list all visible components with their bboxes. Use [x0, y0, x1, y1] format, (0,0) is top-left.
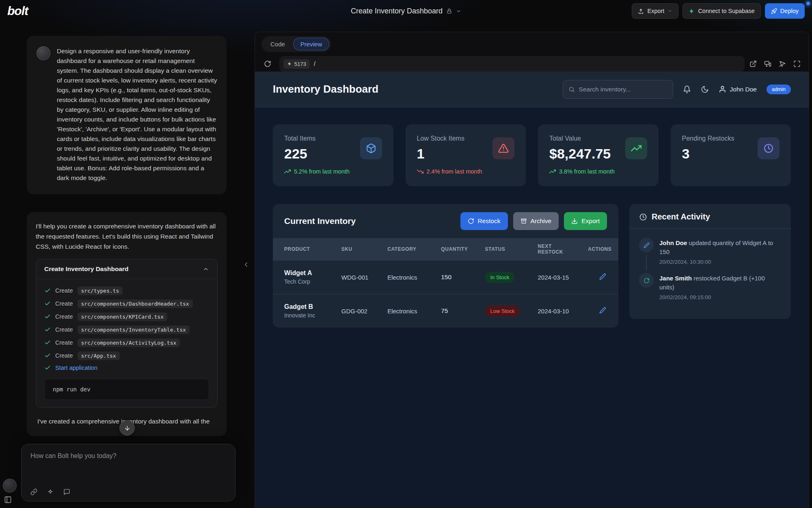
collapse-chat-handle[interactable] [242, 261, 250, 268]
user-menu[interactable]: John Doe [719, 85, 757, 93]
step-label: Create [55, 326, 73, 333]
browser-bar: 5173 / [255, 52, 809, 72]
activity-list: John Doe updated quantity of Widget A to… [629, 229, 791, 319]
restock-button[interactable]: Restock [460, 212, 508, 230]
lock-icon [446, 8, 452, 14]
inventory-title: Current Inventory [284, 216, 356, 226]
inventory-search[interactable] [563, 80, 673, 99]
user-message-text: Design a responsive and user-friendly in… [57, 46, 218, 183]
activity-actor: Jane Smith [659, 275, 692, 282]
product-category: Electronics [382, 294, 435, 328]
code-preview-switch: Code Preview [261, 36, 331, 52]
kpi-low-stock: Low Stock Items 1 2.4% from last month [406, 124, 526, 186]
recent-activity-card: Recent Activity John Doe updated q [629, 204, 791, 319]
activity-body: John Doe updated quantity of Widget A to… [659, 238, 781, 273]
plan-title: Create Inventory Dashboard [44, 265, 129, 273]
url-path: / [314, 61, 315, 67]
kpi-pending-restocks: Pending Restocks 3 [671, 124, 791, 186]
activity-timestamp: 20/02/2024, 09:15:00 [659, 294, 781, 300]
terminal-command: npm run dev [44, 379, 209, 400]
plan-step: Create src/App.tsx [44, 349, 209, 362]
col-next-restock: Next Restock [532, 238, 582, 261]
product-category: Electronics [382, 261, 435, 294]
trending-down-icon [417, 168, 423, 175]
zap-icon [287, 61, 292, 66]
tab-preview[interactable]: Preview [293, 38, 329, 50]
product-quantity[interactable]: 150 [435, 261, 479, 294]
export-table-button[interactable]: Export [564, 212, 607, 230]
link-icon[interactable] [30, 488, 37, 495]
sparkles-icon[interactable] [47, 489, 54, 495]
bolt-workspace: bolt Create Inventory Dashboard Export [0, 0, 812, 508]
view-tabs: Code Preview [255, 32, 809, 52]
step-label: Create [55, 339, 73, 346]
product-quantity[interactable]: 75 [435, 294, 479, 328]
top-bar: bolt Create Inventory Dashboard Export [0, 0, 812, 22]
open-external-icon[interactable] [749, 60, 757, 67]
edit-icon[interactable] [599, 307, 606, 314]
fullscreen-icon[interactable] [793, 60, 801, 67]
kpi-delta-text: 5.2% from last month [294, 168, 350, 175]
product-restock-date: 2024-03-10 [532, 294, 582, 328]
chat-icon[interactable] [63, 488, 70, 495]
chat-panel: Design a responsive and user-friendly in… [27, 36, 227, 508]
list-item: Jane Smith restocked Gadget B (+100 unit… [639, 273, 781, 308]
trending-up-icon [549, 168, 556, 175]
account-avatar[interactable] [3, 479, 17, 493]
inventory-table: Product SKU Category Quantity Status Nex… [273, 238, 618, 328]
deploy-button[interactable]: Deploy [765, 3, 805, 19]
product-sku: WDG-001 [336, 261, 382, 294]
status-badge: Low Stock [485, 306, 520, 317]
chat-input[interactable] [30, 452, 226, 460]
col-actions: Actions [582, 238, 618, 261]
step-label: Create [55, 352, 73, 359]
step-file: src/components/ActivityLog.tsx [78, 339, 180, 347]
step-label: Create [55, 287, 73, 294]
inspect-off-icon[interactable] [779, 60, 786, 67]
search-input[interactable] [579, 86, 667, 93]
kpi-delta: 5.2% from last month [284, 168, 382, 175]
export-button[interactable]: Export [632, 3, 678, 19]
clock-icon [758, 137, 780, 159]
bell-icon[interactable] [683, 85, 691, 93]
devices-icon[interactable] [764, 60, 771, 67]
check-icon [44, 365, 51, 371]
chat-input-box[interactable] [21, 444, 235, 501]
chevron-up-icon[interactable] [203, 266, 209, 272]
edit-icon [639, 238, 654, 252]
kpi-delta-text: 3.8% from last month [559, 168, 615, 175]
scroll-to-bottom-button[interactable] [119, 420, 135, 436]
role-badge: admin [767, 85, 791, 94]
assistant-message: I'll help you create a comprehensive inv… [27, 212, 227, 436]
plan-step: Create src/components/InventoryTable.tsx [44, 323, 209, 336]
product-restock-date: 2024-03-15 [532, 261, 582, 294]
chevron-down-icon [667, 9, 672, 13]
dark-mode-toggle-icon[interactable] [701, 85, 709, 93]
activity-actor: John Doe [659, 239, 687, 246]
archive-button[interactable]: Archive [513, 212, 559, 230]
check-icon [44, 287, 51, 294]
table-row[interactable]: Widget A Tech Corp WDG-001 Electronics 1… [273, 261, 618, 294]
status-badge: In Stock [485, 272, 515, 283]
export-table-label: Export [581, 217, 600, 225]
product-supplier: Innovate Inc [284, 312, 330, 319]
start-application-link[interactable]: Start application [55, 365, 97, 371]
refresh-icon[interactable] [261, 57, 274, 71]
step-file: src/types.ts [78, 287, 123, 295]
edit-icon[interactable] [599, 273, 606, 280]
inventory-table-card: Current Inventory Restock [273, 204, 618, 328]
plan-step: Create src/components/DashboardHeader.ts… [44, 297, 209, 310]
connect-supabase-button[interactable]: Connect to Supabase [682, 3, 760, 19]
timeline-connector [646, 255, 647, 271]
user-avatar [37, 46, 50, 60]
deploy-label: Deploy [780, 8, 799, 14]
address-bar[interactable]: 5173 / [279, 56, 745, 72]
activity-title: Recent Activity [652, 212, 710, 221]
table-row[interactable]: Gadget B Innovate Inc GDG-002 Electronic… [273, 294, 618, 328]
kpi-total-value: Total Value $8,247.75 3.8% from last mon… [538, 124, 659, 186]
tab-code[interactable]: Code [263, 38, 292, 50]
sidebar-toggle-icon[interactable] [4, 496, 12, 504]
activity-header: Recent Activity [629, 204, 791, 229]
project-title-group[interactable]: Create Inventory Dashboard [351, 7, 461, 15]
chevron-down-icon [456, 9, 461, 14]
